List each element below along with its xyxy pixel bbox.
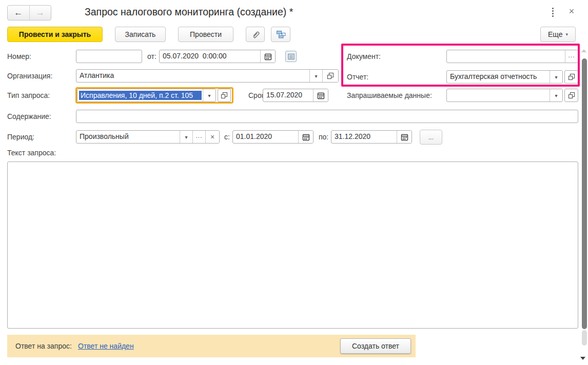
document-input[interactable]: ... — [446, 50, 578, 63]
scrollbar-thumb[interactable] — [582, 58, 587, 329]
chevron-down-icon[interactable]: ▾ — [550, 71, 562, 83]
date-input[interactable]: 05.07.2020 0:00:00 — [159, 50, 276, 63]
calendar-icon[interactable] — [313, 89, 328, 102]
response-label: Ответ на запрос: — [15, 335, 72, 357]
organization-input[interactable]: Атлантика ▾ — [76, 69, 339, 83]
post-and-close-button[interactable]: Провести и закрыть — [7, 27, 103, 42]
requested-data-open-button[interactable] — [564, 89, 578, 102]
chevron-down-icon[interactable]: ▾ — [309, 70, 322, 82]
period-label: Период: — [7, 130, 34, 144]
forward-arrow-icon[interactable]: → — [30, 6, 51, 20]
calendar-icon[interactable] — [298, 131, 313, 143]
history-nav: ← → — [7, 5, 51, 21]
period-input[interactable]: Произвольный ▾ ... × — [76, 130, 220, 144]
scroll-down-icon[interactable] — [580, 357, 585, 360]
deadline-input[interactable]: 15.07.2020 — [263, 89, 328, 102]
report-input[interactable]: Бухгалтерская отчетность ▾ — [446, 70, 563, 84]
close-icon[interactable]: × — [566, 5, 577, 17]
request-type-input[interactable]: Исправления, 10 дней, п.2 ст. 105 ▾ — [77, 89, 216, 102]
content-input[interactable] — [76, 110, 578, 123]
request-type-open-button[interactable] — [218, 89, 231, 102]
calendar-icon[interactable] — [260, 50, 275, 63]
attachments-button[interactable] — [246, 27, 265, 42]
period-from-label: с: — [224, 130, 230, 144]
request-text-label: Текст запроса: — [7, 147, 56, 158]
date-label: от: — [147, 50, 156, 63]
page-title: Запрос налогового мониторинга (создание)… — [85, 3, 293, 21]
clear-icon[interactable]: × — [205, 131, 219, 143]
save-button[interactable]: Записать — [115, 27, 166, 42]
response-panel: Ответ на запрос: Ответ не найден Создать… — [7, 335, 416, 357]
scrollbar-track[interactable] — [582, 330, 587, 346]
chevron-down-icon[interactable]: ▾ — [203, 89, 215, 102]
period-more-button[interactable]: ... — [420, 130, 442, 145]
ellipsis-icon[interactable]: ... — [565, 50, 578, 63]
report-label: Отчет: — [347, 70, 368, 84]
number-input[interactable] — [76, 50, 142, 63]
document-window: ← → Запрос налогового мониторинга (созда… — [0, 0, 588, 365]
post-button[interactable]: Провести — [178, 27, 233, 42]
response-not-found-link[interactable]: Ответ не найден — [78, 335, 134, 357]
open-item-icon — [568, 92, 575, 99]
open-list-button[interactable] — [285, 51, 297, 62]
open-item-icon — [568, 73, 575, 80]
period-to-label: по: — [319, 130, 328, 144]
organization-label: Организация: — [7, 69, 52, 83]
document-label: Документ: — [347, 50, 381, 63]
content-label: Содержание: — [7, 110, 51, 123]
structure-button[interactable] — [271, 27, 290, 42]
open-item-icon[interactable] — [322, 70, 338, 82]
list-icon — [288, 53, 295, 60]
chevron-down-icon[interactable]: ▾ — [180, 131, 192, 143]
number-label: Номер: — [7, 50, 31, 63]
calendar-icon[interactable] — [397, 131, 411, 143]
request-type-focus-ring: Исправления, 10 дней, п.2 ст. 105 ▾ — [75, 87, 233, 104]
requested-data-input[interactable]: ▾ — [446, 89, 563, 102]
requested-data-label: Запрашиваемые данные: — [347, 89, 432, 102]
request-type-label: Тип запроса: — [7, 89, 50, 102]
chevron-down-icon[interactable]: ▾ — [550, 89, 562, 102]
more-button[interactable]: Еще ▾ — [540, 27, 576, 42]
paperclip-icon — [251, 30, 260, 39]
open-item-icon — [221, 92, 228, 99]
hierarchy-icon — [276, 30, 286, 39]
selected-text: Исправления, 10 дней, п.2 ст. 105 — [79, 91, 202, 100]
period-from-input[interactable]: 01.01.2020 — [232, 130, 313, 144]
chevron-down-icon: ▾ — [565, 32, 568, 37]
report-open-button[interactable] — [564, 70, 578, 84]
scroll-up-icon[interactable] — [581, 49, 586, 52]
ellipsis-icon[interactable]: ... — [192, 131, 205, 143]
kebab-menu-icon[interactable] — [549, 7, 556, 18]
back-arrow-icon[interactable]: ← — [8, 6, 30, 20]
period-to-input[interactable]: 31.12.2020 — [331, 130, 412, 144]
request-text-input[interactable] — [7, 161, 578, 329]
create-response-button[interactable]: Создать ответ — [340, 338, 411, 354]
